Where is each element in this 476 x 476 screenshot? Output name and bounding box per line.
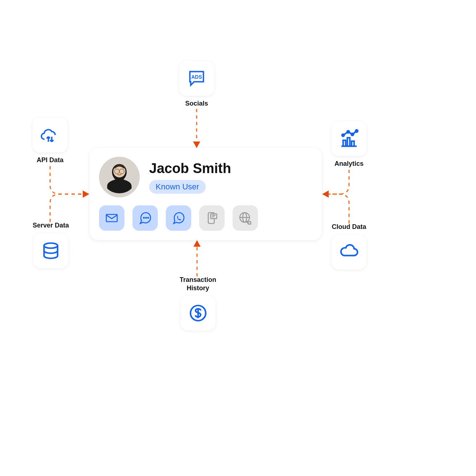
svg-point-12 [145, 217, 146, 218]
node-cloud-data: Cloud Data [332, 223, 366, 270]
svg-rect-24 [343, 140, 346, 146]
svg-marker-3 [193, 240, 201, 247]
user-name: Jacob Smith [149, 161, 231, 176]
svg-rect-15 [211, 214, 217, 218]
svg-rect-25 [347, 138, 350, 146]
node-label: Analytics [335, 160, 364, 168]
database-icon [33, 233, 68, 268]
channel-chat[interactable] [132, 205, 158, 231]
svg-point-13 [148, 217, 148, 218]
node-analytics: Analytics [332, 121, 366, 168]
user-card: Jacob Smith Known User [90, 148, 322, 240]
svg-rect-26 [352, 141, 354, 146]
channel-sms[interactable] [199, 205, 225, 231]
node-label: Socials [185, 99, 208, 108]
channel-whatsapp[interactable] [166, 205, 191, 231]
node-api-data: API Data [33, 118, 67, 164]
svg-point-30 [356, 130, 358, 132]
node-socials: ADS Socials [179, 61, 214, 108]
node-server-data: Server Data [33, 221, 69, 268]
svg-point-29 [351, 133, 353, 135]
diagram-canvas: Jacob Smith Known User [0, 0, 476, 476]
svg-marker-5 [322, 190, 329, 198]
analytics-icon [332, 121, 366, 156]
user-status-badge: Known User [149, 180, 206, 194]
node-label: Transaction History [180, 276, 216, 292]
node-label: Server Data [33, 221, 69, 230]
ads-icon: ADS [179, 61, 214, 96]
channel-web[interactable] [233, 205, 258, 231]
svg-marker-2 [193, 141, 200, 148]
cloud-icon [332, 235, 366, 270]
channel-email[interactable] [99, 205, 124, 231]
svg-point-22 [44, 243, 57, 248]
user-header: Jacob Smith Known User [99, 157, 312, 197]
user-meta: Jacob Smith Known User [149, 161, 231, 194]
cloud-sync-icon [33, 118, 67, 152]
svg-rect-10 [106, 214, 117, 222]
svg-text:ADS: ADS [191, 74, 202, 80]
node-transaction-history: Transaction History [180, 276, 216, 331]
svg-point-28 [347, 131, 349, 133]
node-label: Cloud Data [332, 223, 366, 231]
dollar-icon [181, 296, 216, 331]
svg-marker-4 [83, 190, 89, 198]
avatar [99, 157, 140, 197]
channel-row [99, 205, 312, 231]
svg-point-11 [144, 217, 144, 218]
node-label: API Data [37, 156, 63, 164]
svg-point-27 [342, 134, 344, 136]
